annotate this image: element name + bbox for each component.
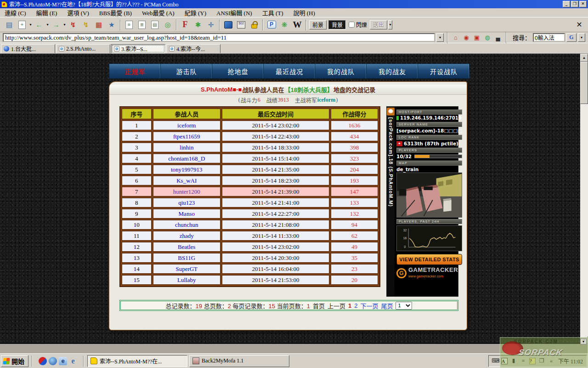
browser-tab-2[interactable]: 3.索沛--S... (111, 44, 165, 53)
copy-icon[interactable]: ≡ (123, 19, 135, 31)
first-page-link[interactable]: 首页 (313, 301, 325, 310)
player-name[interactable]: qiu123 (153, 198, 220, 207)
last-page-link[interactable]: 尾页 (381, 301, 393, 310)
pcman-web-icon[interactable]: P (266, 19, 277, 31)
url-input[interactable] (3, 33, 435, 42)
quicklaunch-sphere-icon[interactable] (39, 357, 47, 365)
restore-button[interactable]: ❐ (571, 1, 578, 7)
nav-item-5[interactable]: 我的战友 (367, 64, 418, 78)
menu-item-4[interactable]: Web最愛 (A) (142, 8, 175, 17)
minimize-button[interactable]: _ (563, 1, 570, 7)
view-detailed-stats-button[interactable]: VIEW DETAILED STATS (396, 254, 462, 265)
player-name[interactable]: hunter1200 (153, 187, 220, 196)
panel-list-icon[interactable]: ▤ (3, 19, 15, 31)
nav-item-3[interactable]: 最近战况 (264, 64, 315, 78)
background-button[interactable]: 背景 (328, 20, 346, 29)
search-input[interactable] (533, 33, 565, 42)
connect-icon[interactable]: ↯ (80, 19, 92, 31)
forward-icon[interactable]: → (50, 19, 62, 31)
forward-dropdown-icon[interactable]: ▾ (62, 23, 67, 27)
menu-item-7[interactable]: 工具 (T) (262, 8, 283, 17)
quicklaunch-messenger-icon[interactable] (49, 357, 57, 365)
player-name[interactable]: tony1997913 (153, 165, 220, 174)
close-tab-icon[interactable]: ✕ (573, 20, 585, 29)
globe-icon[interactable]: ◍ (483, 34, 492, 42)
browser-tab-3[interactable]: 4.索沛--今... (166, 44, 220, 53)
url-dropdown-icon[interactable]: ▾ (436, 33, 444, 42)
taskbar-task-1[interactable]: Back2MyMofa 1.1 (189, 355, 289, 367)
flower-plugin-icon[interactable]: ❋ (278, 19, 290, 31)
score: 23 (331, 264, 378, 274)
close-window-icon[interactable]: ▦ (93, 19, 105, 31)
pagination-text: 15 (269, 303, 275, 310)
menu-item-0[interactable]: 連線 (C) (5, 8, 26, 17)
font-icon[interactable]: F (179, 19, 191, 31)
menu-item-5[interactable]: 紀錄 (Y) (185, 8, 206, 17)
player-name[interactable]: choniam168_D (153, 154, 220, 163)
quicklaunch-ie-icon[interactable]: e (69, 357, 77, 365)
lock-icon[interactable] (248, 19, 260, 31)
find-icon[interactable]: ◎ (162, 19, 174, 31)
new-tab-dropdown-icon[interactable]: ▾ (28, 23, 33, 27)
browser-tab-1[interactable]: 2.S.PhAnto... (56, 44, 110, 53)
home-icon[interactable]: ⌂ (451, 34, 460, 42)
close-button[interactable]: ✕ (579, 1, 587, 7)
browser-scrollbar[interactable]: ▲ ▼ (580, 54, 588, 344)
tray-keyboard-icon[interactable]: ⌨ (492, 357, 499, 364)
menu-item-8[interactable]: 說明 (H) (294, 8, 315, 17)
player-name[interactable]: SuperGT (153, 264, 220, 274)
back-dropdown-icon[interactable]: ▾ (45, 23, 50, 27)
gametracker-banner[interactable]: [sorPack.com].18 (S.PhAntoM.M) HOST/PORT… (386, 106, 458, 297)
player-name[interactable]: Manso (153, 209, 220, 218)
disconnect-icon[interactable]: ↯ (67, 19, 79, 31)
scrollbar-thumb[interactable] (580, 62, 588, 104)
watermark-dropdown-icon[interactable]: ▾ (580, 339, 587, 345)
send-button[interactable]: 送出 (370, 20, 387, 29)
search-dropdown-icon[interactable]: ▾ (578, 33, 585, 42)
copy-all-icon[interactable]: ≣ (136, 19, 148, 31)
player-name[interactable]: BS11G (153, 253, 220, 263)
blink-checkbox[interactable] (349, 22, 355, 28)
paste-icon[interactable]: ▤ (149, 19, 161, 31)
player-name[interactable]: Ks_wAI (153, 176, 220, 185)
theme-icon[interactable] (222, 19, 234, 31)
wikipedia-icon[interactable]: W (291, 19, 303, 31)
page-select[interactable]: 1 (396, 302, 412, 310)
menu-item-1[interactable]: 編輯 (E) (36, 8, 57, 17)
fit-window-icon[interactable]: ✛ (205, 19, 217, 31)
send-dropdown-icon[interactable]: ▾ (388, 20, 392, 29)
menu-item-6[interactable]: ANSI編輯 (N) (216, 8, 252, 17)
prev-page-link[interactable]: 上一页 (328, 301, 345, 310)
nav-item-4[interactable]: 我的战队 (315, 64, 367, 78)
block-images-icon[interactable]: ◉ (462, 34, 471, 42)
player-name[interactable]: iceform (153, 121, 220, 130)
block-popup-icon[interactable]: ▣ (472, 34, 481, 42)
new-tab-icon[interactable]: + (16, 19, 28, 31)
foreground-button[interactable]: 前景 (309, 20, 327, 29)
page-link-2[interactable]: 2 (354, 302, 357, 309)
player-name[interactable]: chunchun (153, 220, 220, 230)
nav-item-0[interactable]: 正规军 (109, 64, 161, 78)
menu-item-3[interactable]: BBS最愛 (B) (99, 8, 132, 17)
taskbar-task-0[interactable]: 索沛--S.PhAntoM-M??在... (87, 355, 187, 367)
ansi-editor-icon[interactable]: 502 (235, 19, 247, 31)
player-name[interactable]: zhady (153, 231, 220, 241)
player-name[interactable]: Lullaby (153, 275, 220, 285)
start-button[interactable]: 開始 (1, 355, 28, 367)
add-bookmark-icon[interactable]: ★ (106, 19, 118, 31)
nav-item-1[interactable]: 游击队 (161, 64, 212, 78)
quicklaunch-browser-icon[interactable]: e (59, 357, 67, 365)
nav-item-2[interactable]: 抢地盘 (212, 64, 264, 78)
fullscreen-icon[interactable]: ▄ (493, 34, 503, 42)
scroll-up-icon[interactable]: ▲ (580, 54, 588, 62)
player-name[interactable]: Beatles (153, 242, 220, 252)
search-engine-button[interactable]: G (566, 33, 577, 42)
menu-item-2[interactable]: 選項 (V) (67, 8, 89, 17)
nav-item-6[interactable]: 开设战队 (418, 64, 469, 78)
player-name[interactable]: ftpex11659 (153, 132, 220, 141)
back-icon[interactable]: ← (33, 19, 45, 31)
settings-gear-icon[interactable]: ✱ (192, 19, 204, 31)
browser-tab-0[interactable]: 1.台大批... (1, 44, 55, 53)
next-page-link[interactable]: 下一页 (360, 301, 378, 310)
player-name[interactable]: linhin (153, 143, 220, 152)
